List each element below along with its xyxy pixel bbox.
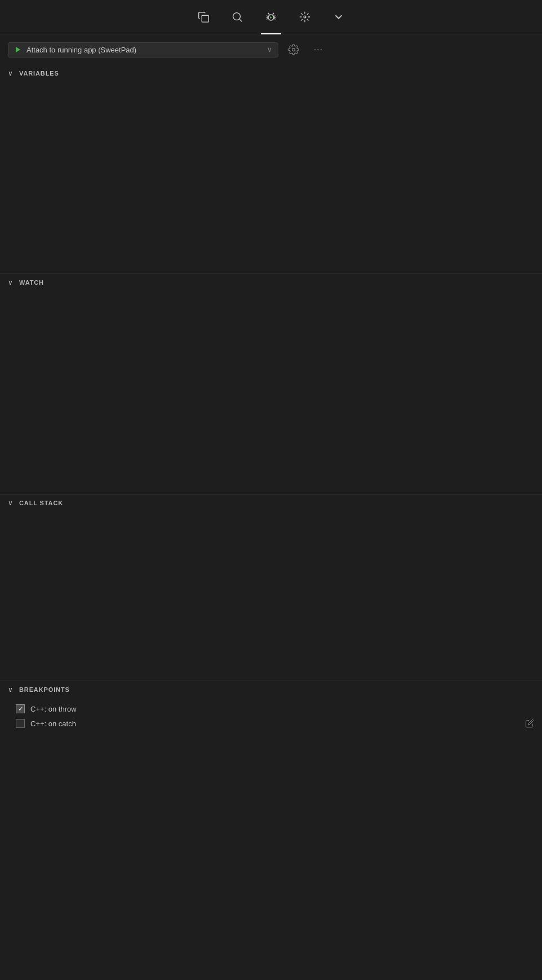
callstack-content: [0, 511, 542, 681]
breakpoint-label-catch: C++: on catch: [30, 719, 519, 728]
breakpoint-checkbox-catch[interactable]: [16, 719, 25, 728]
dropdown-chevron-icon: ∨: [267, 46, 272, 54]
breakpoint-label-throw: C++: on throw: [30, 705, 534, 713]
svg-marker-14: [16, 47, 20, 52]
callstack-section: ∨ CALL STACK: [0, 495, 542, 681]
watch-chevron-icon: ∨: [8, 279, 16, 286]
svg-line-2: [239, 19, 242, 21]
svg-line-7: [266, 16, 268, 16]
play-icon: [14, 46, 22, 54]
more-button[interactable]: ···: [309, 40, 328, 59]
chevron-down-icon[interactable]: [328, 7, 349, 27]
svg-line-10: [274, 16, 276, 16]
svg-point-13: [304, 16, 306, 18]
variables-chevron-icon: ∨: [8, 69, 16, 77]
watch-title: WATCH: [19, 279, 44, 286]
run-dropdown[interactable]: Attach to running app (SweetPad) ∨: [8, 42, 278, 58]
watch-section: ∨ WATCH: [0, 274, 542, 495]
variables-header[interactable]: ∨ VARIABLES: [0, 65, 542, 82]
svg-rect-0: [202, 15, 208, 22]
breakpoints-title: BREAKPOINTS: [19, 686, 70, 693]
variables-content: [0, 82, 542, 273]
callstack-header[interactable]: ∨ CALL STACK: [0, 495, 542, 511]
debug-panel: Attach to running app (SweetPad) ∨ ··· ∨…: [0, 0, 542, 980]
debug-controls: Attach to running app (SweetPad) ∨ ···: [0, 34, 542, 65]
callstack-title: CALL STACK: [19, 500, 63, 506]
breakpoint-item-catch[interactable]: C++: on catch: [0, 716, 542, 731]
breakpoints-section: ∨ BREAKPOINTS C++: on throw C++: on catc…: [0, 681, 542, 980]
breakpoints-chevron-icon: ∨: [8, 686, 16, 694]
svg-line-6: [273, 13, 274, 15]
breakpoints-header[interactable]: ∨ BREAKPOINTS: [0, 681, 542, 698]
breakpoint-item-throw[interactable]: C++: on throw: [0, 701, 542, 716]
svg-point-1: [233, 13, 241, 20]
gear-button[interactable]: [284, 40, 303, 59]
svg-line-12: [274, 19, 276, 19]
variables-section: ∨ VARIABLES: [0, 65, 542, 274]
svg-line-9: [266, 19, 268, 19]
breakpoints-content: C++: on throw C++: on catch: [0, 698, 542, 734]
variables-title: VARIABLES: [19, 70, 59, 77]
watch-content: [0, 291, 542, 494]
debug-run-icon[interactable]: [261, 7, 281, 27]
run-dropdown-label: Attach to running app (SweetPad): [26, 46, 263, 54]
copy-icon[interactable]: [193, 7, 214, 27]
edit-icon[interactable]: [525, 719, 534, 728]
extensions-icon[interactable]: [295, 7, 315, 27]
search-icon[interactable]: [227, 7, 247, 27]
breakpoint-checkbox-throw[interactable]: [16, 704, 25, 713]
svg-point-15: [292, 48, 295, 51]
watch-header[interactable]: ∨ WATCH: [0, 274, 542, 291]
svg-line-5: [268, 13, 269, 15]
callstack-chevron-icon: ∨: [8, 499, 16, 507]
toolbar: [0, 0, 542, 34]
svg-marker-4: [270, 16, 272, 19]
